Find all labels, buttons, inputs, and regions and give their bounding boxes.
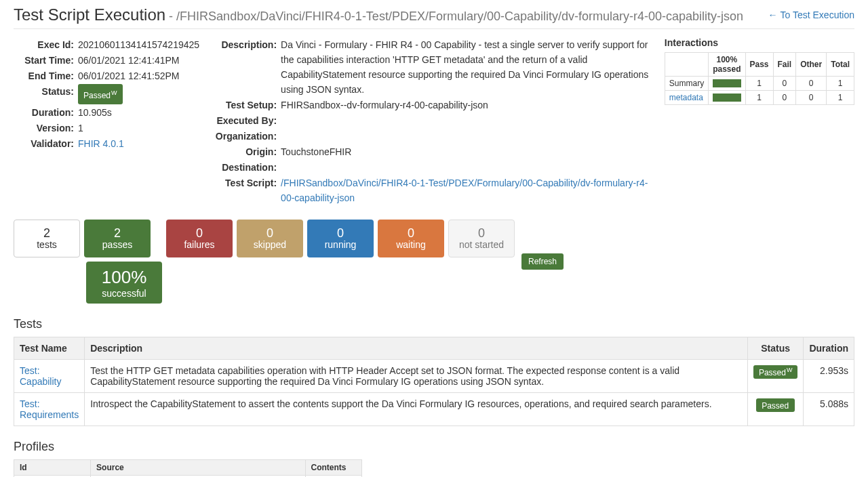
page-title: Test Script Execution - /FHIRSandbox/DaV… [14,5,743,24]
interactions-heading: Interactions [665,37,854,48]
table-row: metadata 1 0 0 1 [665,91,854,105]
refresh-button[interactable]: Refresh [521,253,564,270]
stat-passes[interactable]: 2 passes [84,220,151,257]
exec-id: 20210601134141574219425 [78,37,199,52]
title-sub: - /FHIRSandbox/DaVinci/FHIR4-0-1-Test/PD… [165,9,743,23]
test-requirements-link[interactable]: Test: Requirements [20,398,79,420]
validator-link[interactable]: FHIR 4.0.1 [78,138,124,149]
version: 1 [78,121,199,136]
stat-failures[interactable]: 0 failures [166,220,233,257]
arrow-left-icon: ← [768,9,778,20]
test-setup: FHIRSandbox--dv-formulary-r4-00-capabili… [281,98,651,112]
end-time: 06/01/2021 12:41:52PM [78,68,199,83]
profiles-heading: Profiles [14,440,854,454]
interactions-column: Interactions 100% passed Pass Fail Other… [665,37,854,206]
progress-bar [713,94,741,102]
interaction-metadata-link[interactable]: metadata [669,93,703,102]
title-main: Test Script Execution [14,5,165,24]
table-row: Summary 1 0 0 1 [665,77,854,91]
destination [281,160,651,175]
table-row: Test: Requirements Introspect the Capabi… [14,393,854,426]
interactions-table: 100% passed Pass Fail Other Total Summar… [665,52,854,105]
executed-by [281,113,651,128]
meta-column: Exec Id:20210601134141574219425 Start Ti… [14,37,199,206]
table-row: Test: Capability Test the HTTP GET metad… [14,360,854,393]
stat-tests: 2 tests [14,220,80,257]
progress-bar [713,79,741,87]
test-script-link[interactable]: /FHIRSandbox/DaVinci/FHIR4-0-1-Test/PDEX… [281,178,648,203]
description: Da Vinci - Formulary - FHIR R4 - 00 Capa… [281,37,651,97]
organization [281,129,651,144]
status-badge: PassedW [753,365,798,379]
status-badge: PassedW [78,84,123,104]
origin: TouchstoneFHIR [281,144,651,159]
start-time: 06/01/2021 12:41:41PM [78,53,199,68]
stat-waiting[interactable]: 0 waiting [378,220,444,257]
stats-row: 2 tests 2 passes 100% successful 0 failu… [14,220,854,304]
profiles-table: Id Source Contents capabilities-profile … [14,459,362,477]
stat-running[interactable]: 0 running [307,220,374,257]
tests-table: Test Name Description Status Duration Te… [14,337,854,426]
duration: 10.905s [78,105,199,120]
stat-successful: 100% successful [86,262,162,304]
status-badge: Passed [756,398,795,412]
description-column: Description:Da Vinci - Formulary - FHIR … [213,37,651,206]
stat-not-started[interactable]: 0 not started [448,220,515,257]
stat-skipped[interactable]: 0 skipped [237,220,303,257]
back-to-test-execution-link[interactable]: ←To Test Execution [768,9,854,20]
tests-heading: Tests [14,317,854,331]
test-capability-link[interactable]: Test: Capability [20,365,61,387]
